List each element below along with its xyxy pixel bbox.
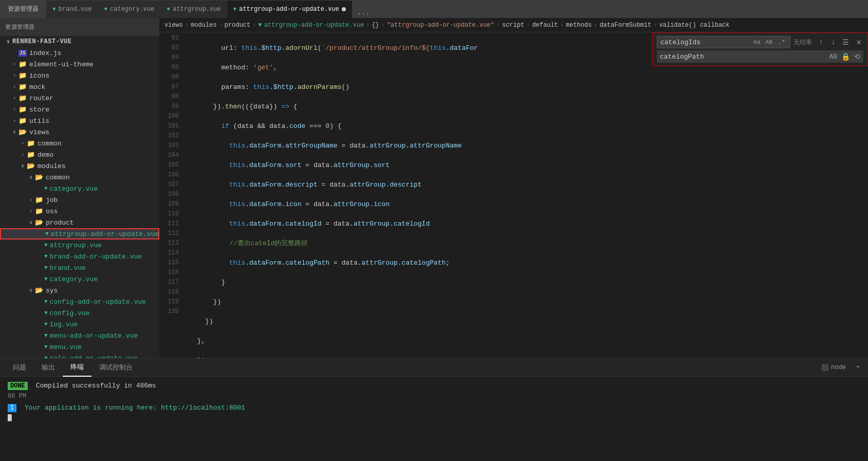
sidebar-item-config-vue[interactable]: ▼ config.vue [0, 307, 159, 319]
panel-add-terminal-button[interactable]: + [853, 363, 863, 372]
sidebar-label: icons [29, 72, 49, 80]
expand-arrow: › [10, 71, 19, 80]
breadcrumb-dataFormSubmit[interactable]: dataFormSubmit [600, 22, 652, 29]
breadcrumb-file[interactable]: attrgroup-add-or-update.vue [264, 22, 364, 29]
sidebar-item-attrgroup-vue[interactable]: ▼ attrgroup.vue [0, 239, 159, 251]
find-replace-input[interactable]: catelogPath [660, 53, 829, 61]
breadcrumb-validate-callback[interactable]: validate() callback [659, 22, 730, 29]
find-search-input[interactable] [660, 39, 752, 46]
sidebar-item-mock[interactable]: › 📁 mock [0, 81, 159, 93]
code-line-95: }).then(({data}) => { [189, 102, 868, 112]
find-widget: Aa AB .* 无结果 ↑ ↓ ☰ ✕ [652, 32, 868, 66]
sidebar-item-brand-add-or-update-vue[interactable]: ▼ brand-add-or-update.vue [0, 251, 159, 262]
regex-button[interactable]: .* [776, 38, 787, 47]
breadcrumb-views[interactable]: views [164, 22, 183, 29]
tab-label: 终端 [70, 362, 84, 372]
tab-attrgroup-add-or-update[interactable]: ▼ attrgroup-add-or-update.vue [227, 0, 352, 18]
find-replace-ab: AB [829, 53, 837, 61]
find-next-button[interactable]: ↓ [827, 36, 839, 48]
sidebar-item-utils[interactable]: › 📁 utils [0, 115, 159, 126]
editor-content[interactable]: 92 93 94 95 96 97 98 99 100 101 102 103 … [159, 32, 868, 358]
vue-icon: ▼ [44, 299, 48, 305]
tabs-overflow-button[interactable]: ··· [352, 10, 375, 18]
breadcrumb-str[interactable]: "attrgroup-add-or-update.vue" [387, 22, 494, 29]
editor-wrapper: Aa AB .* 无结果 ↑ ↓ ☰ ✕ [159, 32, 868, 358]
sidebar-item-demo[interactable]: › 📁 demo [0, 149, 159, 160]
sidebar-item-config-add-or-update-vue[interactable]: ▼ config-add-or-update.vue [0, 296, 159, 307]
sidebar-item-element-ui-theme[interactable]: › 📁 element-ui-theme [0, 59, 159, 70]
vue-icon: ▼ [44, 265, 48, 271]
panel-tabs: 问题 输出 终端 调试控制台 ⬛ node + [0, 359, 868, 377]
code-area: views › modules › product › ▼ attrgroup-… [159, 18, 868, 358]
sidebar-item-oss[interactable]: › 📁 oss [0, 206, 159, 217]
panel-node-button[interactable]: ⬛ node [818, 363, 849, 373]
folder-icon: 📂 [27, 162, 35, 170]
sidebar-item-menu-add-or-update-vue[interactable]: ▼ menu-add-or-update.vue [0, 330, 159, 341]
sidebar-item-attrgroup-add-or-update-vue[interactable]: ▼ attrgroup-add-or-update.vue [0, 228, 159, 239]
sidebar-item-views[interactable]: ∨ 📂 views [0, 126, 159, 138]
sidebar-item-job[interactable]: › 📁 job [0, 194, 159, 206]
breadcrumb-script[interactable]: script [502, 22, 524, 29]
tab-attrgroup[interactable]: ▼ attrgroup.vue [160, 0, 227, 18]
code-line-96: if (data && data.code === 0) { [189, 121, 868, 131]
breadcrumb-methods[interactable]: methods [566, 22, 592, 29]
folder-icon: 📁 [19, 83, 27, 91]
tab-brand[interactable]: ▼ brand.vue [46, 0, 98, 18]
breadcrumb-bar: views › modules › product › ▼ attrgroup-… [159, 18, 868, 32]
sidebar-header: 资源管理器 [0, 18, 159, 36]
find-previous-button[interactable]: ↑ [815, 36, 826, 48]
whole-word-button[interactable]: AB [764, 39, 774, 46]
breadcrumb-default[interactable]: default [532, 22, 558, 29]
sidebar-label: menu.vue [50, 343, 82, 351]
add-icon: + [856, 364, 860, 371]
breadcrumb-obj[interactable]: {} [372, 22, 379, 29]
sidebar-item-icons[interactable]: › 📁 icons [0, 70, 159, 81]
sidebar-item-role-add-or-update-vue[interactable]: ▼ role-add-or-update.vue [0, 353, 159, 358]
sidebar-label: sys [46, 287, 58, 294]
line-numbers: 92 93 94 95 96 97 98 99 100 101 102 103 … [159, 32, 185, 358]
folder-icon: 📁 [19, 117, 27, 125]
expand-arrow: › [10, 105, 19, 114]
vue-icon: ▼ [44, 344, 48, 350]
sidebar-item-product[interactable]: ∨ 📂 product [0, 217, 159, 228]
panel-tab-debug-console[interactable]: 调试控制台 [91, 359, 140, 377]
sidebar-label: router [29, 95, 53, 102]
code-line-102: //查出cateId的完整路径 [189, 238, 868, 248]
sidebar-label: element-ui-theme [29, 61, 94, 68]
sidebar-item-product-category-vue[interactable]: ▼ category.vue [0, 273, 159, 285]
sidebar-item-modules-common[interactable]: ∨ 📂 common [0, 172, 159, 183]
find-close-button[interactable]: ✕ [854, 37, 863, 47]
panel-tab-problems[interactable]: 问题 [5, 359, 34, 377]
sidebar-item-modules[interactable]: ∨ 📂 modules [0, 160, 159, 172]
sidebar-item-common[interactable]: › 📁 common [0, 138, 159, 149]
sidebar-label: index.js [29, 49, 61, 57]
spacer [36, 331, 44, 340]
sidebar-item-log-vue[interactable]: ▼ log.vue [0, 319, 159, 330]
sidebar-item-common-category-vue[interactable]: ▼ category.vue [0, 183, 159, 194]
expand-arrow: ∨ [19, 162, 27, 170]
breadcrumb-product[interactable]: product [225, 22, 250, 29]
sidebar-project-root[interactable]: ∨ RENREN-FAST-VUE [0, 36, 159, 47]
modified-dot [342, 7, 346, 11]
vue-icon: ▼ [44, 186, 48, 192]
tab-category[interactable]: ▼ category.vue [98, 0, 160, 18]
sidebar-item-index-js[interactable]: JS index.js [0, 47, 159, 59]
panel-tab-terminal[interactable]: 终端 [63, 359, 91, 377]
sidebar-item-router[interactable]: › 📁 router [0, 93, 159, 104]
breadcrumb-modules[interactable]: modules [191, 22, 216, 29]
find-lock-icon[interactable]: 🔒 [841, 52, 850, 61]
panel-tab-output[interactable]: 输出 [34, 359, 63, 377]
sidebar-item-menu-vue[interactable]: ▼ menu.vue [0, 341, 159, 353]
sidebar-item-brand-vue[interactable]: ▼ brand.vue [0, 262, 159, 273]
find-replace-icon[interactable]: ⟲ [854, 52, 860, 61]
sidebar-label: job [46, 196, 58, 204]
vue-icon: ▼ [167, 6, 170, 12]
find-menu-button[interactable]: ☰ [840, 36, 851, 48]
folder-icon: 📁 [19, 94, 27, 102]
find-input-wrap[interactable]: Aa AB .* [657, 36, 790, 48]
tab-label: 问题 [13, 363, 26, 372]
code-editor[interactable]: url: this.$http.adornUrl(`/product/attrG… [185, 32, 868, 358]
sidebar-item-sys[interactable]: ∨ 📂 sys [0, 285, 159, 296]
sidebar-item-store[interactable]: › 📁 store [0, 104, 159, 115]
case-sensitive-button[interactable]: Aa [752, 39, 762, 46]
